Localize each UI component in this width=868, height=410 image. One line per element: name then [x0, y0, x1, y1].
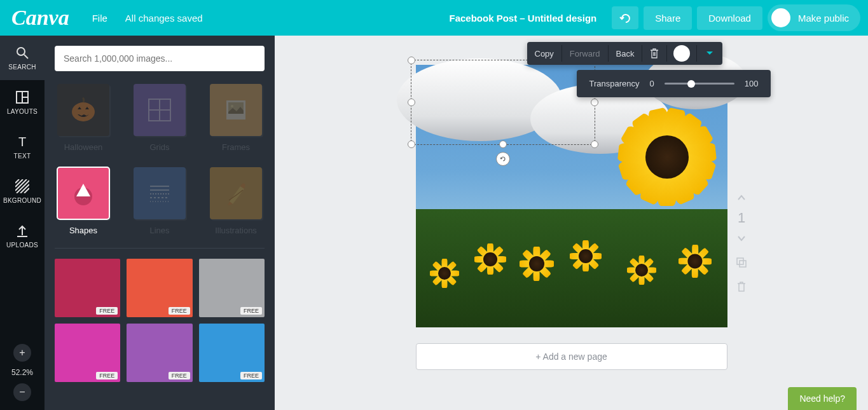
undo-button[interactable] [612, 6, 638, 29]
rail-label: LAYOUTS [7, 108, 38, 115]
search-input[interactable] [55, 46, 265, 71]
file-menu[interactable]: File [86, 9, 114, 27]
category-lines[interactable]: Lines [131, 167, 188, 235]
zoom-in-button[interactable]: + [13, 344, 31, 362]
page-number: 1 [738, 210, 745, 226]
rail-search[interactable]: SEARCH [0, 36, 45, 80]
svg-rect-25 [737, 258, 743, 264]
rail-layouts[interactable]: LAYOUTS [0, 80, 45, 125]
add-page-button[interactable]: + Add a new page [416, 343, 727, 370]
make-public-button[interactable]: Make public [768, 4, 860, 31]
page-down-icon[interactable] [737, 235, 746, 242]
make-public-label: Make public [798, 13, 849, 24]
resize-handle[interactable] [408, 99, 415, 106]
save-status: All changes saved [125, 13, 203, 24]
resize-handle[interactable] [408, 57, 415, 64]
context-delete[interactable] [642, 42, 666, 65]
rotate-handle[interactable] [496, 152, 510, 166]
rail-text[interactable]: T TEXT [0, 125, 45, 169]
copy-page-icon[interactable] [736, 257, 747, 268]
shape-swatch[interactable]: FREE [127, 259, 192, 317]
context-more[interactable] [697, 44, 722, 62]
design-canvas[interactable] [416, 65, 727, 327]
rail-label: BKGROUND [3, 197, 41, 204]
zoom-out-button[interactable]: − [13, 383, 31, 401]
selection-box[interactable] [411, 60, 595, 145]
resize-handle[interactable] [591, 140, 598, 148]
rail-background[interactable]: BKGROUND [0, 169, 45, 214]
transparency-max: 100 [745, 79, 759, 88]
rail-label: UPLOADS [6, 242, 38, 249]
search-icon [15, 46, 29, 60]
context-copy[interactable]: Copy [527, 43, 561, 65]
delete-page-icon[interactable] [736, 281, 747, 292]
context-back[interactable]: Back [609, 43, 642, 65]
topbar: Canva File All changes saved Facebook Po… [0, 0, 868, 36]
context-toolbar: Copy Forward Back [527, 42, 723, 65]
shape-swatch[interactable]: FREE [199, 259, 265, 317]
canva-logo[interactable]: Canva [11, 6, 69, 30]
canvas-area: Copy Forward Back Transparency 0 100 [275, 36, 868, 410]
search-panel: Halloween Grids Frames Shapes Lines Illu… [45, 36, 275, 410]
transparency-min: 0 [650, 79, 654, 88]
page-up-icon[interactable] [737, 195, 746, 201]
context-color[interactable] [673, 45, 690, 62]
rotate-icon [499, 155, 507, 163]
category-grids[interactable]: Grids [131, 84, 188, 152]
trash-icon [650, 48, 659, 58]
avatar [771, 8, 790, 27]
resize-handle[interactable] [408, 140, 415, 148]
context-forward[interactable]: Forward [562, 43, 608, 65]
download-button[interactable]: Download [697, 6, 762, 30]
transparency-label: Transparency [589, 79, 640, 88]
category-frames[interactable]: Frames [207, 84, 265, 152]
layouts-icon [15, 90, 29, 104]
rail-label: SEARCH [8, 64, 36, 71]
text-icon: T [15, 135, 29, 149]
transparency-panel: Transparency 0 100 [577, 70, 771, 97]
slider-thumb[interactable] [687, 80, 695, 88]
category-shapes[interactable]: Shapes [55, 167, 112, 235]
zoom-value: 52.2% [11, 368, 33, 377]
shape-swatch[interactable]: FREE [127, 324, 192, 382]
svg-line-1 [24, 55, 28, 58]
document-title[interactable]: Facebook Post – Untitled design [450, 13, 597, 24]
page-controls: 1 [736, 195, 747, 292]
shape-swatch[interactable]: FREE [55, 324, 120, 382]
background-icon [15, 179, 29, 193]
category-illustrations[interactable]: Illustrations [207, 167, 265, 235]
chevron-down-icon [706, 51, 713, 56]
rail-label: TEXT [14, 153, 31, 160]
svg-line-6 [15, 179, 19, 183]
resize-handle[interactable] [591, 99, 598, 106]
category-halloween[interactable]: Halloween [55, 84, 112, 152]
share-button[interactable]: Share [644, 6, 692, 30]
svg-rect-26 [740, 261, 746, 267]
svg-line-7 [15, 179, 23, 187]
shape-swatch[interactable]: FREE [55, 259, 120, 317]
transparency-slider[interactable] [665, 83, 734, 85]
help-button[interactable]: Need help? [788, 387, 857, 410]
svg-point-0 [17, 48, 25, 55]
svg-point-18 [231, 105, 233, 107]
resize-handle[interactable] [499, 140, 507, 148]
rail-uploads[interactable]: UPLOADS [0, 214, 45, 258]
shape-swatch[interactable]: FREE [199, 324, 265, 382]
uploads-icon [15, 224, 29, 238]
svg-text:T: T [18, 135, 26, 149]
left-rail: SEARCH LAYOUTS T TEXT BKGROUND UPLOADS +… [0, 36, 45, 410]
svg-point-12 [72, 102, 95, 121]
